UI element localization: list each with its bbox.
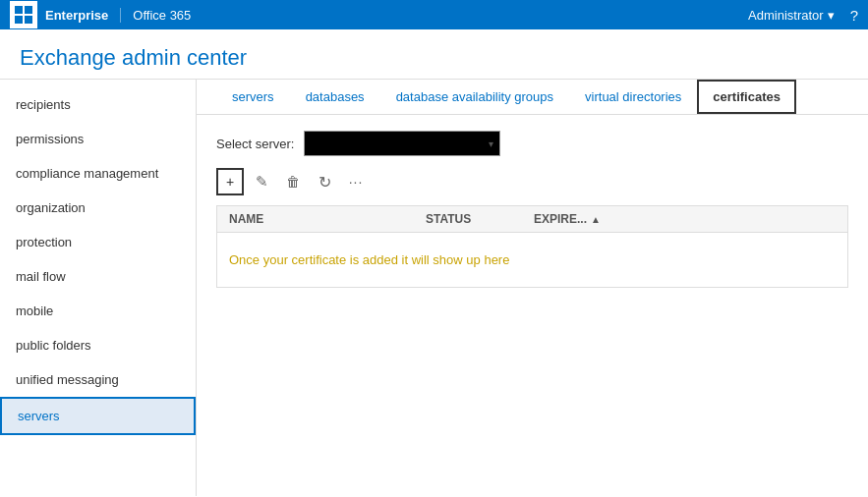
sidebar-item-mobile[interactable]: mobile (0, 294, 196, 328)
more-options-button[interactable]: ··· (342, 168, 370, 195)
tabs-bar: servers databases database availability … (197, 80, 868, 115)
select-dropdown-arrow: ▾ (489, 138, 493, 149)
office365-label[interactable]: Office 365 (133, 8, 191, 23)
sidebar-item-permissions[interactable]: permissions (0, 122, 196, 156)
sidebar-item-recipients[interactable]: recipients (0, 87, 196, 122)
svg-rect-3 (25, 16, 32, 24)
tab-certificates[interactable]: certificates (697, 80, 796, 114)
sidebar-item-public-folders[interactable]: public folders (0, 328, 196, 362)
certificates-toolbar: + ✎ 🗑 ↻ ··· (216, 168, 848, 195)
server-select-dropdown[interactable]: ▾ (304, 131, 500, 156)
column-name: NAME (217, 206, 414, 232)
add-certificate-button[interactable]: + (216, 168, 244, 195)
sidebar-item-organization[interactable]: organization (0, 191, 196, 225)
delete-certificate-button[interactable]: 🗑 (279, 168, 307, 195)
table-header: NAME STATUS EXPIRE... ▲ (217, 206, 847, 233)
column-expires: EXPIRE... ▲ (522, 206, 610, 232)
sidebar-item-compliance-management[interactable]: compliance management (0, 156, 196, 191)
sidebar-item-unified-messaging[interactable]: unified messaging (0, 362, 196, 397)
admin-label: Administrator (748, 8, 824, 23)
page-header: Exchange admin center (0, 29, 868, 80)
top-bar: Enterprise Office 365 Administrator ▾ ? (0, 0, 868, 29)
top-bar-left: Enterprise Office 365 (10, 1, 191, 28)
sidebar-item-mail-flow[interactable]: mail flow (0, 259, 196, 294)
column-rest (610, 206, 847, 232)
sidebar-item-protection[interactable]: protection (0, 225, 196, 259)
svg-rect-2 (15, 16, 23, 24)
column-status: STATUS (414, 206, 522, 232)
sort-icon[interactable]: ▲ (591, 214, 601, 225)
server-selector-row: Select server: ▾ (216, 131, 848, 156)
edit-certificate-button[interactable]: ✎ (248, 168, 275, 195)
svg-rect-0 (15, 6, 23, 14)
admin-dropdown-arrow: ▾ (828, 8, 835, 23)
tab-database-availability-groups[interactable]: database availability groups (380, 80, 569, 114)
certificates-table: NAME STATUS EXPIRE... ▲ Once your certif… (216, 205, 848, 288)
sidebar: recipients permissions compliance manage… (0, 80, 197, 496)
main-layout: recipients permissions compliance manage… (0, 80, 868, 496)
svg-rect-1 (25, 6, 32, 14)
page-title: Exchange admin center (20, 45, 848, 71)
tab-databases[interactable]: databases (290, 80, 380, 114)
select-server-label: Select server: (216, 137, 294, 151)
top-bar-right: Administrator ▾ ? (748, 7, 858, 24)
refresh-button[interactable]: ↻ (311, 168, 338, 195)
enterprise-label[interactable]: Enterprise (45, 8, 121, 23)
empty-state-message: Once your certificate is added it will s… (229, 252, 836, 267)
help-button[interactable]: ? (850, 7, 858, 24)
admin-menu[interactable]: Administrator ▾ (748, 8, 835, 23)
app-logo (10, 1, 37, 28)
table-body: Once your certificate is added it will s… (217, 233, 847, 287)
tab-servers[interactable]: servers (216, 80, 290, 114)
sidebar-item-servers[interactable]: servers (0, 397, 196, 435)
main-content: servers databases database availability … (197, 80, 868, 496)
content-area: Select server: ▾ + ✎ 🗑 ↻ ··· NAME STATUS (197, 115, 868, 496)
tab-virtual-directories[interactable]: virtual directories (569, 80, 697, 114)
